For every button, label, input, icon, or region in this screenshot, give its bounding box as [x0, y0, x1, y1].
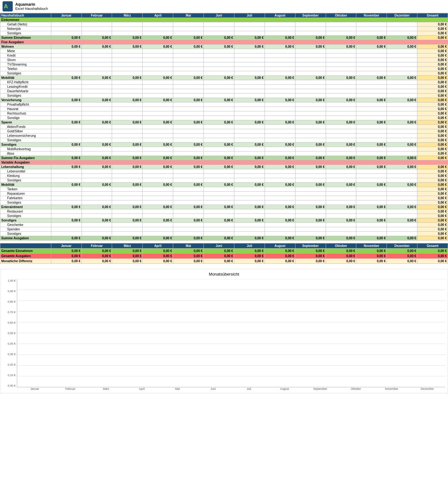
empty-cell[interactable]	[173, 227, 204, 232]
empty-cell[interactable]	[295, 62, 326, 67]
month-cell[interactable]: 0,00 €	[387, 120, 417, 125]
month-cell[interactable]: 0,00 €	[326, 120, 356, 125]
month-cell[interactable]: 0,00 €	[234, 120, 265, 125]
month-cell[interactable]: 0,00 €	[173, 143, 204, 147]
empty-cell[interactable]	[295, 192, 326, 196]
month-cell[interactable]: 0,00 €	[234, 183, 265, 187]
empty-cell[interactable]	[387, 227, 417, 232]
month-cell[interactable]: 0,00 €	[112, 156, 143, 160]
empty-cell[interactable]	[265, 85, 295, 89]
summary-cell[interactable]: 0,00 €	[112, 249, 143, 254]
empty-cell[interactable]	[326, 62, 356, 67]
empty-cell[interactable]	[265, 169, 295, 174]
empty-cell[interactable]	[387, 169, 417, 174]
month-cell[interactable]: 0,00 €	[356, 165, 387, 169]
summary-cell[interactable]: 0,00 €	[173, 254, 204, 259]
summary-cell[interactable]: 0,00 €	[417, 259, 448, 264]
empty-cell[interactable]	[204, 174, 234, 178]
empty-cell[interactable]	[82, 107, 112, 111]
summary-cell[interactable]: 0,00 €	[143, 254, 173, 259]
empty-cell[interactable]	[173, 31, 204, 36]
empty-cell[interactable]	[265, 67, 295, 71]
gesamt-cell[interactable]: 0,00 €	[417, 143, 448, 147]
empty-cell[interactable]	[51, 134, 82, 138]
month-cell[interactable]: 0,00 €	[356, 218, 387, 223]
month-cell[interactable]: 0,00 €	[356, 183, 387, 187]
month-cell[interactable]: 0,00 €	[265, 120, 295, 125]
month-cell[interactable]: 0,00 €	[204, 143, 234, 147]
month-cell[interactable]: 0,00 €	[387, 156, 417, 160]
month-cell[interactable]: 0,00 €	[173, 236, 204, 241]
empty-cell[interactable]	[204, 192, 234, 196]
empty-cell[interactable]	[356, 80, 387, 85]
empty-cell[interactable]	[204, 178, 234, 183]
empty-cell[interactable]	[234, 223, 265, 227]
empty-cell[interactable]	[204, 62, 234, 67]
month-cell[interactable]: 0,00 €	[326, 165, 356, 169]
empty-cell[interactable]	[265, 80, 295, 85]
empty-cell[interactable]	[234, 58, 265, 62]
empty-cell[interactable]	[265, 116, 295, 120]
empty-cell[interactable]	[326, 125, 356, 129]
month-cell[interactable]: 0,00 €	[112, 218, 143, 223]
empty-cell[interactable]	[356, 89, 387, 94]
summary-cell[interactable]: 0,00 €	[112, 254, 143, 259]
month-cell[interactable]: 0,00 €	[326, 76, 356, 80]
empty-cell[interactable]	[204, 223, 234, 227]
month-cell[interactable]: 0,00 €	[326, 205, 356, 209]
empty-cell[interactable]	[82, 71, 112, 76]
empty-cell[interactable]	[326, 22, 356, 27]
empty-cell[interactable]	[143, 178, 173, 183]
empty-cell[interactable]	[265, 94, 295, 98]
month-cell[interactable]: 0,00 €	[265, 156, 295, 160]
month-cell[interactable]: 0,00 €	[173, 156, 204, 160]
empty-cell[interactable]	[356, 111, 387, 116]
empty-cell[interactable]	[326, 192, 356, 196]
empty-cell[interactable]	[326, 102, 356, 107]
empty-cell[interactable]	[173, 116, 204, 120]
month-cell[interactable]: 0,00 €	[173, 183, 204, 187]
empty-cell[interactable]	[173, 169, 204, 174]
gesamt-cell[interactable]: 0,00 €	[417, 156, 448, 160]
month-cell[interactable]: 0,00 €	[112, 76, 143, 80]
empty-cell[interactable]	[387, 196, 417, 200]
month-cell[interactable]: 0,00 €	[143, 76, 173, 80]
empty-cell[interactable]	[143, 58, 173, 62]
income-item-label[interactable]: Sonstiges	[0, 31, 51, 36]
empty-cell[interactable]	[82, 62, 112, 67]
empty-cell[interactable]	[356, 116, 387, 120]
month-cell[interactable]: 0,00 €	[234, 236, 265, 241]
empty-cell[interactable]	[82, 169, 112, 174]
empty-cell[interactable]	[143, 200, 173, 205]
var-item-label[interactable]: Sonstiges	[0, 200, 51, 205]
empty-cell[interactable]	[356, 187, 387, 192]
empty-cell[interactable]	[204, 94, 234, 98]
empty-cell[interactable]	[265, 49, 295, 53]
empty-cell[interactable]	[295, 223, 326, 227]
month-cell[interactable]: 0,00 €	[143, 218, 173, 223]
empty-cell[interactable]	[387, 89, 417, 94]
empty-cell[interactable]	[112, 129, 143, 134]
empty-cell[interactable]	[204, 227, 234, 232]
month-cell[interactable]: 0,00 €	[51, 236, 82, 241]
empty-cell[interactable]	[82, 102, 112, 107]
empty-cell[interactable]	[82, 89, 112, 94]
month-cell[interactable]: 0,00 €	[51, 76, 82, 80]
month-cell[interactable]: 0,00 €	[295, 218, 326, 223]
empty-cell[interactable]	[234, 71, 265, 76]
empty-cell[interactable]	[234, 62, 265, 67]
fixed-item-label[interactable]: Rechtsschutz	[0, 111, 51, 116]
empty-cell[interactable]	[173, 125, 204, 129]
empty-cell[interactable]	[143, 27, 173, 31]
gesamt-cell[interactable]: 0,00 €	[417, 183, 448, 187]
empty-cell[interactable]	[265, 223, 295, 227]
month-cell[interactable]: 0,00 €	[356, 98, 387, 102]
empty-cell[interactable]	[82, 192, 112, 196]
month-cell[interactable]: 0,00 €	[356, 45, 387, 49]
month-cell[interactable]: 0,00 €	[51, 218, 82, 223]
empty-cell[interactable]	[112, 196, 143, 200]
empty-cell[interactable]	[112, 116, 143, 120]
month-cell[interactable]: 0,00 €	[112, 165, 143, 169]
empty-cell[interactable]	[82, 58, 112, 62]
empty-cell[interactable]	[356, 125, 387, 129]
